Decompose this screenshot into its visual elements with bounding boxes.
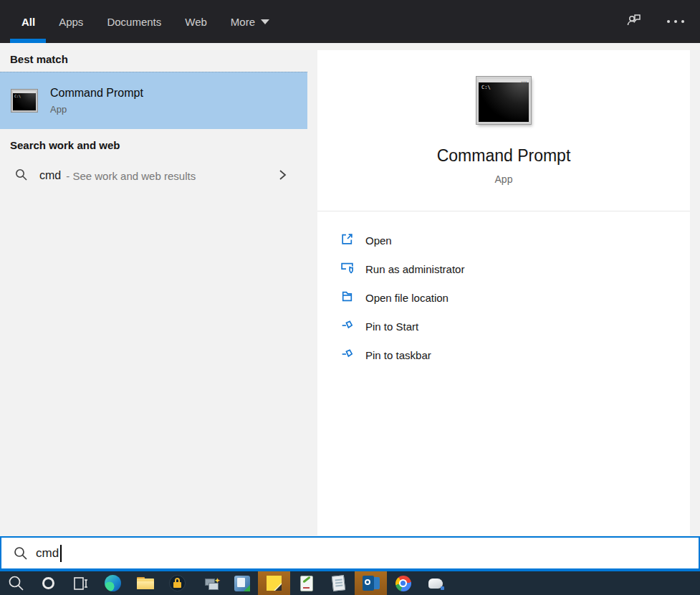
search-input[interactable] — [36, 538, 666, 568]
result-title: Command Prompt — [50, 87, 143, 100]
tab-web[interactable]: Web — [185, 16, 207, 28]
suggestion-hint: - See work and web results — [66, 170, 196, 182]
preview-app-type: App — [317, 173, 690, 185]
open-icon — [340, 232, 354, 249]
pin-icon — [340, 318, 354, 335]
tab-all[interactable]: All — [21, 16, 35, 28]
taskbar-misc-app-icon[interactable] — [419, 571, 451, 595]
preview-pane: ••• C:\ Command Prompt App Open Run as a… — [317, 50, 690, 536]
result-subtitle: App — [50, 104, 143, 115]
search-header: All Apps Documents Web More — [0, 0, 700, 43]
taskbar-file-explorer-icon[interactable] — [129, 571, 161, 595]
open-file-location-icon — [340, 290, 354, 306]
text-cursor — [60, 545, 62, 562]
run-as-admin-icon — [340, 261, 354, 277]
chevron-right-icon[interactable] — [276, 168, 289, 184]
ellipsis-icon[interactable] — [667, 20, 684, 23]
best-match-result[interactable]: C:\ Command Prompt App — [0, 72, 307, 129]
best-match-heading: Best match — [10, 53, 68, 65]
command-prompt-icon-large: ••• C:\ — [476, 77, 531, 124]
taskbar-search-icon[interactable] — [0, 571, 32, 595]
search-icon — [13, 546, 28, 561]
filter-tabs: All Apps Documents Web More — [21, 0, 269, 43]
taskbar-chrome-icon[interactable] — [387, 571, 419, 595]
action-pin-to-start[interactable]: Pin to Start — [340, 312, 418, 341]
taskbar-installer-app-icon[interactable] — [226, 571, 258, 595]
taskbar-remote-desktop-icon[interactable]: ✦ — [193, 571, 226, 595]
preview-app-title: Command Prompt — [317, 146, 690, 166]
action-open[interactable]: Open — [340, 226, 392, 254]
search-web-heading: Search work and web — [10, 139, 120, 151]
tab-more[interactable]: More — [231, 16, 269, 28]
search-icon — [14, 168, 28, 184]
taskbar-notepad-plus-icon[interactable] — [290, 571, 322, 595]
taskbar: ✦ — [0, 570, 700, 595]
user-feedback-icon[interactable] — [625, 11, 643, 32]
action-pin-to-taskbar[interactable]: Pin to taskbar — [340, 341, 431, 369]
taskbar-sticky-notes-icon[interactable] — [258, 571, 290, 595]
search-box[interactable] — [0, 536, 700, 570]
action-run-as-administrator[interactable]: Run as administrator — [340, 254, 464, 283]
taskbar-outlook-icon[interactable] — [355, 571, 387, 595]
chevron-down-icon — [261, 19, 269, 24]
pin-icon — [340, 347, 354, 363]
action-open-file-location[interactable]: Open file location — [340, 283, 449, 312]
suggestion-query: cmd — [39, 169, 61, 182]
taskbar-edge-icon[interactable] — [97, 571, 129, 595]
taskbar-document-app-icon[interactable] — [322, 571, 355, 595]
taskbar-lock-app-icon[interactable] — [161, 571, 193, 595]
tab-apps[interactable]: Apps — [59, 16, 83, 28]
web-suggestion-row[interactable]: cmd - See work and web results — [0, 161, 307, 191]
results-panel: Best match C:\ Command Prompt App Search… — [0, 43, 307, 536]
command-prompt-icon: C:\ — [11, 90, 37, 112]
divider — [317, 211, 690, 211]
taskbar-task-view-icon[interactable] — [64, 571, 97, 595]
tab-documents[interactable]: Documents — [107, 16, 161, 28]
taskbar-cortana-icon[interactable] — [32, 571, 64, 595]
